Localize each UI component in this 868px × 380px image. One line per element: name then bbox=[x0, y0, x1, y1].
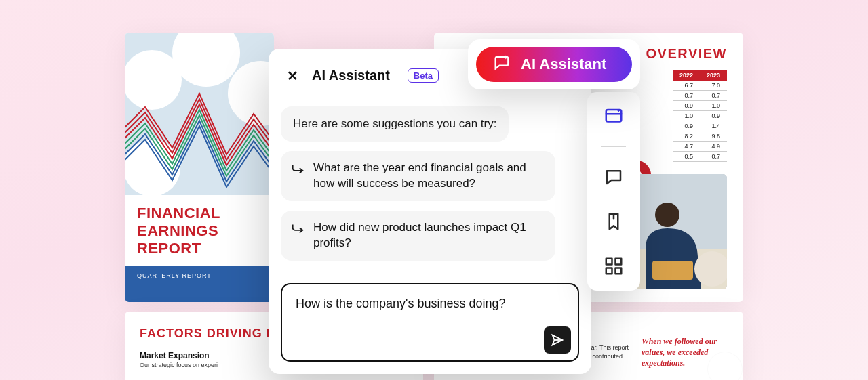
suggestion-2-text: How did new product launches impact Q1 p… bbox=[313, 220, 545, 251]
table-row: 1.00.9 bbox=[673, 111, 727, 121]
ai-assistant-pill-button[interactable]: AI Assistant bbox=[476, 47, 632, 82]
svg-point-1 bbox=[172, 33, 240, 87]
redo-arrow-icon bbox=[290, 162, 305, 177]
chat-input-value: How is the company's business doing? bbox=[296, 297, 564, 311]
svg-point-6 bbox=[655, 203, 679, 227]
table-cell: 1.0 bbox=[700, 101, 727, 111]
table-row: 0.91.4 bbox=[673, 121, 727, 131]
send-icon bbox=[550, 333, 565, 347]
report-subtitle-bar: QUARTERLY REPORT bbox=[125, 266, 274, 302]
doc-card-financial-report: FINANCIAL EARNINGS REPORT QUARTERLY REPO… bbox=[125, 33, 274, 302]
suggestion-1-text: What are the year end financial goals an… bbox=[313, 161, 545, 192]
table-cell: 1.0 bbox=[673, 111, 700, 121]
table-cell: 0.7 bbox=[700, 91, 727, 101]
growth-th-1: 2023 bbox=[700, 70, 727, 81]
chat-icon bbox=[604, 167, 624, 187]
table-row: 0.91.0 bbox=[673, 101, 727, 111]
beta-badge: Beta bbox=[408, 68, 439, 83]
report-subtitle: QUARTERLY REPORT bbox=[137, 272, 212, 279]
table-cell: 6.7 bbox=[673, 81, 700, 91]
table-cell: 9.8 bbox=[700, 131, 727, 142]
sparkle-chat-icon bbox=[492, 53, 511, 76]
close-button[interactable]: ✕ bbox=[285, 68, 300, 83]
ai-pill-label: AI Assistant bbox=[521, 56, 606, 73]
grid-icon bbox=[604, 256, 624, 276]
ai-assistant-panel: ✕ AI Assistant Beta Here are some sugges… bbox=[269, 49, 591, 374]
rail-bookmark-button[interactable] bbox=[603, 211, 625, 232]
table-cell: 0.7 bbox=[700, 152, 727, 162]
report-title: FINANCIAL EARNINGS REPORT bbox=[125, 195, 274, 263]
panel-title: AI Assistant bbox=[312, 68, 390, 83]
rail-ai-sparkle-button[interactable] bbox=[603, 106, 625, 127]
table-cell: 7.0 bbox=[700, 81, 727, 91]
send-button[interactable] bbox=[544, 326, 571, 354]
table-row: 4.74.9 bbox=[673, 142, 727, 152]
bookmark-icon bbox=[604, 211, 624, 232]
table-row: 0.50.7 bbox=[673, 152, 727, 162]
table-cell: 0.7 bbox=[673, 91, 700, 101]
rail-chat-button[interactable] bbox=[603, 166, 625, 188]
chat-input[interactable]: How is the company's business doing? bbox=[281, 283, 579, 362]
growth-th-0: 2022 bbox=[673, 70, 700, 81]
table-row: 0.70.7 bbox=[673, 91, 727, 101]
quote-text: When we followed our values, we exceeded… bbox=[642, 336, 730, 369]
rail-divider bbox=[601, 146, 626, 147]
svg-rect-10 bbox=[606, 259, 612, 265]
svg-rect-8 bbox=[652, 261, 693, 280]
suggestion-2[interactable]: How did new product launches impact Q1 p… bbox=[281, 211, 555, 261]
svg-rect-11 bbox=[616, 259, 622, 265]
redo-arrow-icon bbox=[290, 221, 305, 236]
ai-pill-container: AI Assistant bbox=[468, 39, 640, 89]
growth-table: 2022 2023 6.77.00.70.70.91.01.00.90.91.4… bbox=[673, 70, 727, 162]
tools-rail bbox=[587, 92, 640, 291]
suggestion-1[interactable]: What are the year end financial goals an… bbox=[281, 151, 555, 201]
table-cell: 0.5 bbox=[673, 152, 700, 162]
svg-rect-13 bbox=[616, 268, 622, 274]
table-row: 8.29.8 bbox=[673, 131, 727, 142]
table-cell: 4.7 bbox=[673, 142, 700, 152]
table-cell: 0.9 bbox=[700, 111, 727, 121]
growth-image-placeholder bbox=[625, 174, 727, 289]
quote-circle-decoration bbox=[708, 352, 742, 380]
close-icon: ✕ bbox=[287, 68, 298, 84]
table-row: 6.77.0 bbox=[673, 81, 727, 91]
rail-grid-button[interactable] bbox=[603, 255, 625, 277]
assistant-intro-bubble: Here are some suggestions you can try: bbox=[281, 106, 509, 142]
table-cell: 0.9 bbox=[673, 121, 700, 131]
table-cell: 0.9 bbox=[673, 101, 700, 111]
table-cell: 1.4 bbox=[700, 121, 727, 131]
table-cell: 4.9 bbox=[700, 142, 727, 152]
ai-sparkle-icon bbox=[604, 106, 624, 127]
table-cell: 8.2 bbox=[673, 131, 700, 142]
report-chart-area bbox=[125, 33, 274, 195]
svg-rect-12 bbox=[606, 268, 612, 274]
